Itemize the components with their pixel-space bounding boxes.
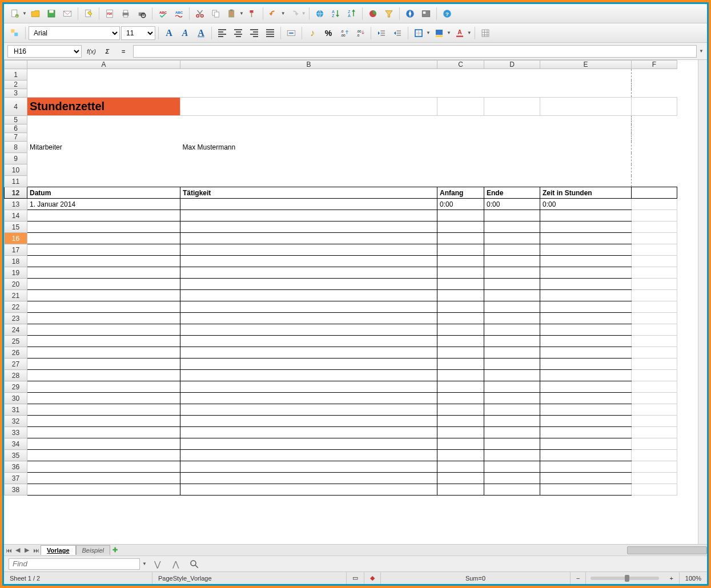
cell[interactable] [180,450,437,461]
bold-icon[interactable]: A [162,26,176,41]
cell[interactable] [180,324,437,336]
dropdown-icon[interactable]: ▼ [239,11,244,16]
cell[interactable] [437,324,484,336]
cell[interactable] [180,89,437,98]
sum-icon[interactable]: Σ [101,45,114,58]
cell[interactable] [27,427,180,438]
cell[interactable] [540,461,632,473]
cell[interactable] [484,233,540,244]
cell[interactable] [437,80,484,89]
cell[interactable] [540,176,632,187]
gallery-icon[interactable] [419,6,433,21]
cell[interactable] [540,153,632,164]
cell[interactable] [484,290,540,301]
cell[interactable] [437,461,484,473]
cell[interactable] [437,89,484,98]
cell[interactable] [540,233,632,244]
cell[interactable] [632,381,677,393]
find-next-icon[interactable]: ⋁ [150,557,165,571]
cell[interactable] [437,301,484,313]
cell[interactable] [27,210,180,221]
cell[interactable] [540,301,632,313]
row-header[interactable]: 29 [5,381,27,393]
horizontal-scrollbar[interactable] [627,546,707,554]
cell[interactable] [484,336,540,347]
cell[interactable] [27,279,180,290]
cell[interactable] [180,404,437,416]
tab-first-icon[interactable]: ⏮ [4,547,13,554]
cell[interactable] [632,80,677,89]
row-header[interactable]: 8 [5,142,27,153]
formula-input[interactable] [133,45,697,58]
cell[interactable] [437,370,484,381]
dropdown-icon[interactable]: ▼ [142,561,147,566]
find-prev-icon[interactable]: ⋀ [168,557,183,571]
align-left-icon[interactable] [215,26,230,41]
row-header[interactable]: 12 [5,187,27,199]
cell[interactable] [484,210,540,221]
cell[interactable] [484,393,540,404]
grid-scroll[interactable]: A B C D E F 1234Stundenzettel5678Mitarbe… [4,60,698,544]
cell[interactable]: 0:00 [437,199,484,210]
cell-reference-input[interactable]: H16 [7,45,82,58]
remove-decimal-icon[interactable]: .00.0 [353,26,368,41]
spreadsheet-grid[interactable]: A B C D E F 1234Stundenzettel5678Mitarbe… [4,60,677,496]
cell[interactable] [632,98,677,116]
row-header[interactable]: 14 [5,210,27,221]
sheet-tab-active[interactable]: Vorlage [41,545,76,555]
cell[interactable] [484,267,540,279]
cell[interactable]: 0:00 [484,199,540,210]
column-header[interactable]: F [632,61,677,69]
cell[interactable] [180,347,437,359]
cell[interactable] [484,124,540,133]
cell[interactable] [540,450,632,461]
cell[interactable] [180,199,437,210]
cell[interactable] [27,347,180,359]
dropdown-icon[interactable]: ▼ [447,30,451,35]
cell[interactable] [540,336,632,347]
cell[interactable] [484,176,540,187]
row-header[interactable]: 21 [5,290,27,301]
cell[interactable] [540,267,632,279]
row-header[interactable]: 36 [5,461,27,473]
cell[interactable] [540,393,632,404]
cell[interactable] [180,69,437,80]
cell[interactable] [27,290,180,301]
cell[interactable] [632,210,677,221]
cell[interactable] [540,473,632,484]
cell[interactable] [27,176,180,187]
cell[interactable] [540,116,632,124]
hyperlink-icon[interactable] [312,6,327,21]
cell[interactable] [632,69,677,80]
chart-insert-icon[interactable] [365,6,380,21]
percent-icon[interactable]: % [321,26,336,41]
row-header[interactable]: 31 [5,404,27,416]
help-icon[interactable]: ? [440,6,455,21]
cell[interactable] [437,176,484,187]
cell[interactable] [180,290,437,301]
cell[interactable] [540,164,632,176]
dropdown-icon[interactable]: ▼ [426,30,431,35]
cell[interactable] [437,164,484,176]
cell[interactable] [484,381,540,393]
cell[interactable] [180,313,437,324]
selection-mode-icon[interactable]: ◆ [364,572,381,584]
row-header[interactable]: 10 [5,164,27,176]
column-header[interactable]: A [27,61,180,69]
row-header[interactable]: 24 [5,324,27,336]
cell[interactable] [484,164,540,176]
cell[interactable] [484,416,540,427]
cell[interactable] [484,404,540,416]
row-header[interactable]: 13 [5,199,27,210]
cell[interactable] [540,279,632,290]
cell[interactable] [437,381,484,393]
cell[interactable] [27,153,180,164]
cell[interactable] [180,393,437,404]
cell[interactable] [484,153,540,164]
cell[interactable] [437,404,484,416]
cell[interactable] [180,256,437,267]
cell[interactable] [27,473,180,484]
cell[interactable] [484,69,540,80]
cell[interactable] [484,279,540,290]
cell[interactable] [180,370,437,381]
